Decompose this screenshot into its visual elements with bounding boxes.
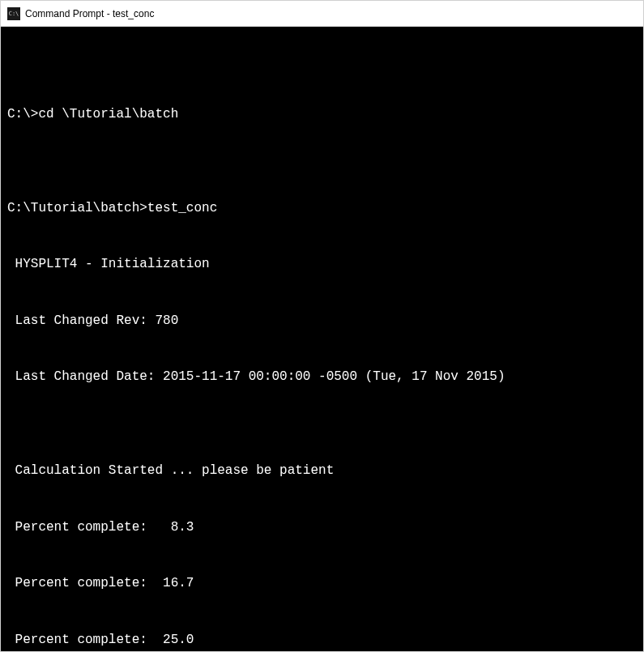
terminal-line: C:\>cd \Tutorial\batch: [7, 105, 637, 124]
terminal-line: Last Changed Date: 2015-11-17 00:00:00 -…: [7, 368, 637, 386]
terminal-line: Last Changed Rev: 780: [7, 312, 637, 330]
terminal-line: Percent complete: 8.3: [7, 518, 637, 537]
terminal-line: HYSPLIT4 - Initialization: [7, 255, 637, 274]
window-title: Command Prompt - test_conc: [25, 8, 154, 19]
terminal-line: Calculation Started ... please be patien…: [7, 462, 637, 480]
cmd-icon: C:\: [7, 7, 20, 20]
terminal-line: Percent complete: 25.0: [7, 631, 637, 650]
terminal-line: C:\Tutorial\batch>test_conc: [7, 199, 637, 218]
title-bar: C:\ Command Prompt - test_conc: [1, 1, 643, 27]
terminal-line: Percent complete: 16.7: [7, 574, 637, 593]
terminal-output[interactable]: C:\>cd \Tutorial\batch C:\Tutorial\batch…: [1, 27, 643, 651]
